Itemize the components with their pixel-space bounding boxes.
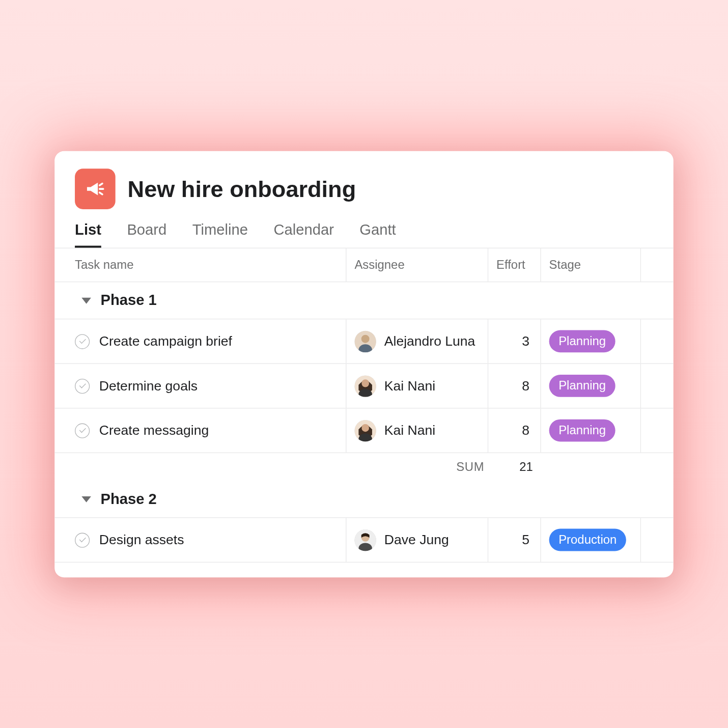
stage-badge[interactable]: Planning	[549, 330, 615, 352]
column-assignee[interactable]: Assignee	[346, 248, 488, 281]
task-row[interactable]: Create messaging Kai Nani 8 Planning	[54, 408, 674, 453]
stage-badge[interactable]: Production	[549, 528, 626, 551]
section-title: Phase 2	[100, 490, 156, 508]
task-row[interactable]: Determine goals Kai Nani 8 Planning	[54, 363, 674, 408]
chevron-down-icon	[81, 496, 91, 502]
effort-value: 5	[522, 532, 529, 548]
tab-list[interactable]: List	[75, 221, 101, 247]
check-circle-icon[interactable]	[75, 423, 90, 437]
check-circle-icon[interactable]	[75, 378, 90, 393]
stage-badge[interactable]: Planning	[549, 419, 615, 441]
column-effort[interactable]: Effort	[488, 248, 541, 281]
column-headers: Task name Assignee Effort Stage	[54, 247, 674, 282]
section-header-phase-1[interactable]: Phase 1	[54, 282, 674, 319]
section-title: Phase 1	[100, 291, 156, 309]
effort-value: 8	[522, 378, 529, 394]
tab-board[interactable]: Board	[127, 221, 166, 247]
check-circle-icon[interactable]	[75, 532, 90, 547]
view-tabs: List Board Timeline Calendar Gantt	[54, 212, 674, 247]
tab-timeline[interactable]: Timeline	[192, 221, 248, 247]
assignee-name: Kai Nani	[384, 378, 435, 394]
assignee-name: Dave Jung	[384, 532, 449, 548]
task-name: Create campaign brief	[99, 333, 232, 349]
task-row[interactable]: Create campaign brief Alejandro Luna 3 P…	[54, 319, 674, 364]
task-row[interactable]: Design assets Dave Jung 5 Production	[54, 518, 674, 563]
avatar[interactable]	[354, 529, 376, 550]
effort-value: 8	[522, 423, 529, 438]
avatar[interactable]	[354, 375, 376, 396]
assignee-name: Alejandro Luna	[384, 333, 475, 349]
column-task-name[interactable]: Task name	[54, 248, 346, 281]
project-title: New hire onboarding	[128, 176, 356, 202]
avatar[interactable]	[354, 330, 376, 352]
column-stage[interactable]: Stage	[541, 248, 641, 281]
check-circle-icon[interactable]	[75, 333, 90, 348]
avatar[interactable]	[354, 419, 376, 441]
assignee-name: Kai Nani	[384, 423, 435, 438]
chevron-down-icon	[81, 297, 91, 303]
task-name: Create messaging	[99, 423, 209, 438]
section-sum-row: SUM 21	[54, 453, 674, 481]
sum-label: SUM	[456, 460, 484, 474]
project-header: New hire onboarding	[54, 151, 674, 211]
tab-calendar[interactable]: Calendar	[273, 221, 333, 247]
column-spacer	[641, 248, 674, 281]
megaphone-icon	[75, 169, 116, 209]
stage-badge[interactable]: Planning	[549, 375, 615, 397]
project-panel: New hire onboarding List Board Timeline …	[54, 151, 674, 577]
task-name: Design assets	[99, 532, 184, 548]
task-name: Determine goals	[99, 378, 198, 394]
effort-value: 3	[522, 333, 529, 349]
section-header-phase-2[interactable]: Phase 2	[54, 481, 674, 518]
sum-value: 21	[519, 460, 533, 474]
tab-gantt[interactable]: Gantt	[359, 221, 396, 247]
